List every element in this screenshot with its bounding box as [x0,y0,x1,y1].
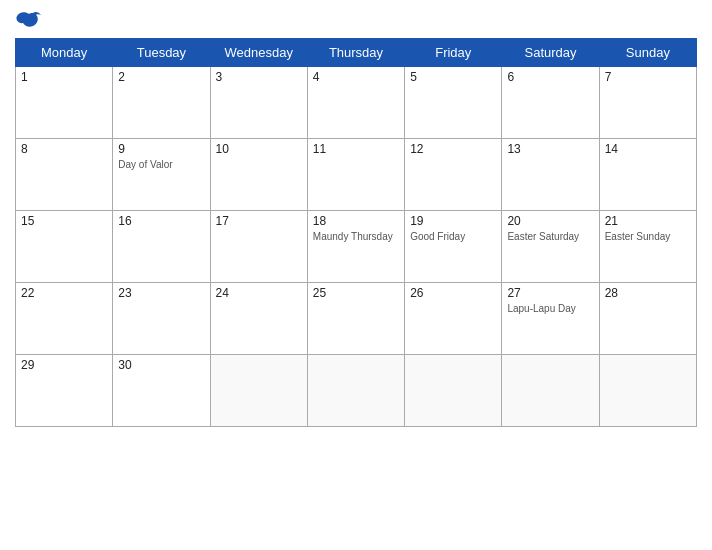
calendar-cell: 8 [16,139,113,211]
day-number: 30 [118,358,204,372]
calendar-cell: 6 [502,67,599,139]
logo-bird-icon [15,10,43,30]
holiday-name: Easter Sunday [605,230,691,243]
calendar-cell: 27Lapu-Lapu Day [502,283,599,355]
weekday-header-friday: Friday [405,39,502,67]
day-number: 7 [605,70,691,84]
holiday-name: Maundy Thursday [313,230,399,243]
calendar-cell: 20Easter Saturday [502,211,599,283]
calendar-cell [307,355,404,427]
holiday-name: Good Friday [410,230,496,243]
day-number: 5 [410,70,496,84]
calendar-cell [502,355,599,427]
calendar-cell: 7 [599,67,696,139]
calendar-cell: 24 [210,283,307,355]
weekday-header-sunday: Sunday [599,39,696,67]
calendar-week-1: 1234567 [16,67,697,139]
calendar-container: MondayTuesdayWednesdayThursdayFridaySatu… [0,0,712,550]
weekday-header-saturday: Saturday [502,39,599,67]
calendar-cell: 4 [307,67,404,139]
day-number: 16 [118,214,204,228]
calendar-cell: 15 [16,211,113,283]
calendar-cell: 17 [210,211,307,283]
day-number: 22 [21,286,107,300]
calendar-cell: 14 [599,139,696,211]
calendar-week-4: 222324252627Lapu-Lapu Day28 [16,283,697,355]
calendar-cell: 30 [113,355,210,427]
day-number: 4 [313,70,399,84]
calendar-cell: 23 [113,283,210,355]
calendar-cell: 16 [113,211,210,283]
day-number: 15 [21,214,107,228]
calendar-cell: 2 [113,67,210,139]
weekday-header-tuesday: Tuesday [113,39,210,67]
day-number: 26 [410,286,496,300]
calendar-cell: 28 [599,283,696,355]
calendar-cell [599,355,696,427]
day-number: 9 [118,142,204,156]
calendar-cell: 22 [16,283,113,355]
day-number: 6 [507,70,593,84]
day-number: 18 [313,214,399,228]
calendar-cell: 5 [405,67,502,139]
holiday-name: Lapu-Lapu Day [507,302,593,315]
weekday-header-wednesday: Wednesday [210,39,307,67]
day-number: 8 [21,142,107,156]
calendar-cell: 19Good Friday [405,211,502,283]
calendar-cell: 13 [502,139,599,211]
day-number: 27 [507,286,593,300]
weekday-header-thursday: Thursday [307,39,404,67]
day-number: 1 [21,70,107,84]
calendar-cell: 29 [16,355,113,427]
calendar-cell: 10 [210,139,307,211]
calendar-cell: 1 [16,67,113,139]
day-number: 2 [118,70,204,84]
weekday-header-row: MondayTuesdayWednesdayThursdayFridaySatu… [16,39,697,67]
calendar-cell: 9Day of Valor [113,139,210,211]
day-number: 28 [605,286,691,300]
calendar-cell: 11 [307,139,404,211]
day-number: 21 [605,214,691,228]
calendar-cell: 21Easter Sunday [599,211,696,283]
calendar-week-2: 89Day of Valor1011121314 [16,139,697,211]
day-number: 11 [313,142,399,156]
day-number: 13 [507,142,593,156]
day-number: 12 [410,142,496,156]
calendar-cell: 25 [307,283,404,355]
calendar-week-5: 2930 [16,355,697,427]
day-number: 23 [118,286,204,300]
calendar-cell: 12 [405,139,502,211]
calendar-cell: 18Maundy Thursday [307,211,404,283]
calendar-week-3: 15161718Maundy Thursday19Good Friday20Ea… [16,211,697,283]
day-number: 19 [410,214,496,228]
day-number: 20 [507,214,593,228]
calendar-header [15,10,697,30]
calendar-cell [405,355,502,427]
calendar-cell: 3 [210,67,307,139]
day-number: 24 [216,286,302,300]
holiday-name: Easter Saturday [507,230,593,243]
calendar-cell: 26 [405,283,502,355]
day-number: 14 [605,142,691,156]
calendar-cell [210,355,307,427]
logo [15,10,47,30]
calendar-body: 123456789Day of Valor101112131415161718M… [16,67,697,427]
day-number: 25 [313,286,399,300]
day-number: 29 [21,358,107,372]
calendar-table: MondayTuesdayWednesdayThursdayFridaySatu… [15,38,697,427]
day-number: 17 [216,214,302,228]
holiday-name: Day of Valor [118,158,204,171]
day-number: 3 [216,70,302,84]
day-number: 10 [216,142,302,156]
weekday-header-monday: Monday [16,39,113,67]
